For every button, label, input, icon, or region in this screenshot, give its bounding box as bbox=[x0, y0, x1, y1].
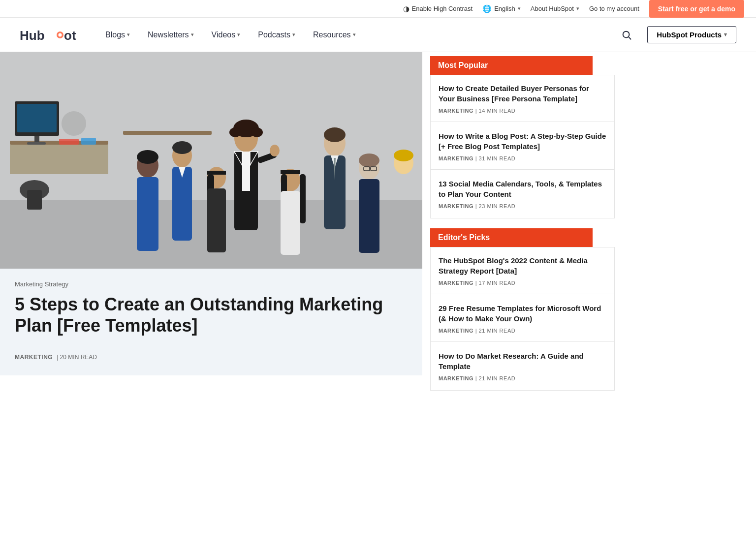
most-popular-item-1-read-time: | 14 MIN READ bbox=[475, 108, 516, 114]
sidebar: Most Popular How to Create Detailed Buye… bbox=[422, 52, 756, 391]
language-selector[interactable]: 🌐 English ▾ bbox=[482, 4, 521, 13]
svg-point-4 bbox=[623, 31, 630, 37]
language-chevron-icon: ▾ bbox=[518, 5, 521, 12]
resources-chevron-icon: ▾ bbox=[353, 31, 356, 38]
nav-videos[interactable]: Videos ▾ bbox=[203, 18, 250, 52]
editors-picks-item-3[interactable]: How to Do Market Research: A Guide and T… bbox=[431, 343, 614, 389]
most-popular-item-1-meta: MARKETING | 14 MIN READ bbox=[439, 108, 606, 114]
most-popular-item-2-read-time: | 31 MIN READ bbox=[475, 155, 516, 161]
svg-point-34 bbox=[172, 141, 192, 154]
contrast-icon: ◑ bbox=[403, 4, 410, 13]
article-hero-image bbox=[0, 52, 422, 269]
about-hubspot-link[interactable]: About HubSpot ▾ bbox=[531, 5, 579, 12]
hero-image-svg bbox=[0, 52, 422, 269]
svg-line-5 bbox=[629, 37, 631, 39]
most-popular-item-3-meta: MARKETING | 23 MIN READ bbox=[439, 203, 606, 209]
videos-chevron-icon: ▾ bbox=[237, 31, 240, 38]
editors-picks-item-1-tag: MARKETING bbox=[439, 280, 473, 286]
article-category[interactable]: Marketing Strategy bbox=[15, 280, 408, 288]
account-label: Go to my account bbox=[589, 5, 639, 12]
svg-point-52 bbox=[394, 150, 413, 161]
most-popular-item-3-title: 13 Social Media Calendars, Tools, & Temp… bbox=[439, 179, 606, 199]
most-popular-item-1-title: How to Create Detailed Buyer Personas fo… bbox=[439, 83, 606, 104]
podcasts-chevron-icon: ▾ bbox=[292, 31, 295, 38]
most-popular-title: Most Popular bbox=[430, 56, 593, 75]
start-free-cta-button[interactable]: Start free or get a demo bbox=[649, 0, 744, 18]
editors-picks-item-1[interactable]: The HubSpot Blog's 2022 Content & Media … bbox=[431, 247, 614, 294]
language-label: English bbox=[494, 5, 515, 12]
svg-rect-38 bbox=[281, 170, 300, 174]
editors-picks-item-3-tag: MARKETING bbox=[439, 375, 473, 381]
svg-point-49 bbox=[137, 150, 158, 164]
svg-point-21 bbox=[324, 127, 346, 142]
most-popular-item-1[interactable]: How to Create Detailed Buyer Personas fo… bbox=[431, 75, 614, 122]
editors-picks-item-1-meta: MARKETING | 17 MIN READ bbox=[439, 280, 606, 286]
blogs-chevron-icon: ▾ bbox=[127, 31, 130, 38]
svg-rect-18 bbox=[59, 139, 79, 145]
most-popular-item-3-read-time: | 23 MIN READ bbox=[475, 203, 516, 209]
most-popular-item-2[interactable]: How to Write a Blog Post: A Step-by-Step… bbox=[431, 123, 614, 170]
most-popular-item-2-tag: MARKETING bbox=[439, 155, 473, 161]
article-read-time: | 20 MIN READ bbox=[57, 354, 97, 361]
main-article: Marketing Strategy 5 Steps to Create an … bbox=[0, 52, 422, 391]
svg-point-28 bbox=[251, 127, 263, 137]
about-label: About HubSpot bbox=[531, 5, 574, 12]
main-navigation: Hub ot Blogs ▾ Newsletters ▾ Videos ▾ Po… bbox=[0, 18, 756, 52]
my-account-link[interactable]: Go to my account bbox=[589, 5, 639, 12]
editors-picks-item-3-meta: MARKETING | 21 MIN READ bbox=[439, 375, 606, 381]
high-contrast-label: Enable High Contrast bbox=[412, 5, 473, 12]
svg-rect-14 bbox=[27, 142, 46, 145]
editors-picks-item-3-title: How to Do Market Research: A Guide and T… bbox=[439, 351, 606, 371]
high-contrast-toggle[interactable]: ◑ Enable High Contrast bbox=[403, 4, 473, 13]
top-bar: ◑ Enable High Contrast 🌐 English ▾ About… bbox=[0, 0, 756, 18]
svg-text:Hub: Hub bbox=[20, 28, 45, 43]
svg-point-43 bbox=[359, 154, 379, 167]
editors-picks-item-2-meta: MARKETING | 21 MIN READ bbox=[439, 328, 606, 334]
nav-resources[interactable]: Resources ▾ bbox=[304, 18, 364, 52]
editors-picks-section: Editor's Picks The HubSpot Blog's 2022 C… bbox=[430, 228, 756, 391]
nav-newsletters[interactable]: Newsletters ▾ bbox=[139, 18, 203, 52]
svg-rect-19 bbox=[81, 138, 96, 145]
svg-rect-30 bbox=[242, 152, 250, 191]
most-popular-item-1-tag: MARKETING bbox=[439, 108, 473, 114]
article-tag: MARKETING bbox=[15, 354, 53, 361]
nav-podcasts[interactable]: Podcasts ▾ bbox=[249, 18, 304, 52]
svg-rect-12 bbox=[17, 104, 57, 132]
svg-rect-41 bbox=[281, 191, 300, 255]
editors-picks-item-2-tag: MARKETING bbox=[439, 328, 473, 334]
search-button[interactable] bbox=[616, 24, 637, 46]
search-icon bbox=[621, 30, 632, 40]
editors-picks-item-1-read-time: | 17 MIN READ bbox=[475, 280, 516, 286]
most-popular-item-3-tag: MARKETING bbox=[439, 203, 473, 209]
hubspot-logo[interactable]: Hub ot bbox=[20, 26, 79, 44]
products-chevron-icon: ▾ bbox=[724, 31, 727, 38]
editors-picks-item-3-read-time: | 21 MIN READ bbox=[475, 375, 516, 381]
svg-rect-47 bbox=[359, 179, 379, 253]
editors-picks-item-2-title: 29 Free Resume Templates for Microsoft W… bbox=[439, 303, 606, 324]
page-content: Marketing Strategy 5 Steps to Create an … bbox=[0, 52, 756, 391]
logo-svg: Hub ot bbox=[20, 26, 79, 44]
svg-point-59 bbox=[270, 145, 280, 156]
article-title: 5 Steps to Create an Outstanding Marketi… bbox=[15, 294, 408, 336]
editors-picks-item-2[interactable]: 29 Free Resume Templates for Microsoft W… bbox=[431, 295, 614, 342]
most-popular-item-3[interactable]: 13 Social Media Calendars, Tools, & Temp… bbox=[431, 171, 614, 217]
svg-rect-40 bbox=[300, 174, 306, 223]
editors-picks-item-2-read-time: | 21 MIN READ bbox=[475, 328, 516, 334]
svg-point-17 bbox=[62, 111, 86, 136]
svg-text:ot: ot bbox=[64, 28, 76, 43]
article-footer-meta: MARKETING | 20 MIN READ bbox=[0, 344, 422, 375]
svg-rect-57 bbox=[207, 188, 226, 252]
editors-picks-title: Editor's Picks bbox=[430, 228, 593, 247]
svg-rect-13 bbox=[34, 136, 39, 143]
svg-point-2 bbox=[59, 33, 62, 36]
most-popular-card-group: How to Create Detailed Buyer Personas fo… bbox=[430, 75, 615, 218]
svg-point-27 bbox=[229, 127, 241, 137]
most-popular-item-2-meta: MARKETING | 31 MIN READ bbox=[439, 155, 606, 161]
newsletters-chevron-icon: ▾ bbox=[191, 31, 194, 38]
svg-rect-16 bbox=[27, 190, 42, 210]
about-chevron-icon: ▾ bbox=[576, 5, 579, 12]
svg-rect-10 bbox=[123, 131, 212, 135]
nav-blogs[interactable]: Blogs ▾ bbox=[96, 18, 139, 52]
article-meta-top: Marketing Strategy 5 Steps to Create an … bbox=[0, 269, 422, 344]
hubspot-products-button[interactable]: HubSpot Products ▾ bbox=[647, 26, 736, 43]
